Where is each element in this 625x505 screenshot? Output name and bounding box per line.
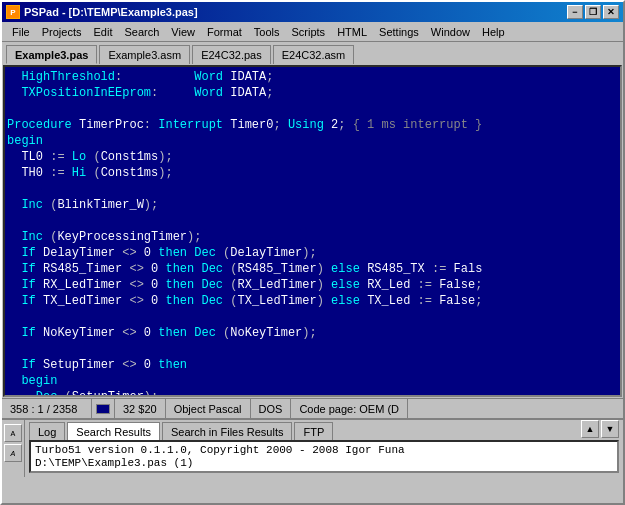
tab-e24c32-pas[interactable]: E24C32.pas bbox=[192, 45, 271, 64]
code-line: TL0 := Lo (Const1ms); bbox=[7, 149, 618, 165]
code-line bbox=[7, 309, 618, 325]
code-line: begin bbox=[7, 373, 618, 389]
code-editor[interactable]: HighThreshold: Word IDATA; TXPositionInE… bbox=[5, 67, 620, 395]
bottom-content-area[interactable]: Turbo51 version 0.1.1.0, Copyright 2000 … bbox=[29, 440, 619, 473]
menu-bar: File Projects Edit Search View Format To… bbox=[2, 22, 623, 42]
tab-e24c32-asm[interactable]: E24C32.asm bbox=[273, 45, 355, 64]
minimize-button[interactable]: − bbox=[567, 5, 583, 19]
menu-view[interactable]: View bbox=[165, 25, 201, 39]
menu-search[interactable]: Search bbox=[118, 25, 165, 39]
bottom-panel-up[interactable]: ▲ bbox=[581, 420, 599, 438]
code-line: If NoKeyTimer <> 0 then Dec (NoKeyTimer)… bbox=[7, 325, 618, 341]
editor-wrapper: HighThreshold: Word IDATA; TXPositionInE… bbox=[3, 65, 622, 397]
bottom-tab-search-results[interactable]: Search Results bbox=[67, 422, 160, 440]
code-line: If TX_LedTimer <> 0 then Dec (TX_LedTime… bbox=[7, 293, 618, 309]
bottom-tab-ftp[interactable]: FTP bbox=[294, 422, 333, 440]
menu-help[interactable]: Help bbox=[476, 25, 511, 39]
bottom-tool-btn-1[interactable]: A bbox=[4, 424, 22, 442]
tab-example3-pas[interactable]: Example3.pas bbox=[6, 45, 97, 64]
bottom-tool-btn-2[interactable]: A bbox=[4, 444, 22, 462]
bottom-tab-search-files[interactable]: Search in Files Results bbox=[162, 422, 293, 440]
code-line: Inc (BlinkTimer_W); bbox=[7, 197, 618, 213]
menu-scripts[interactable]: Scripts bbox=[286, 25, 332, 39]
code-line bbox=[7, 213, 618, 229]
status-os: DOS bbox=[251, 399, 292, 418]
title-bar-left: P PSPad - [D:\TEMP\Example3.pas] bbox=[6, 5, 198, 19]
menu-html[interactable]: HTML bbox=[331, 25, 373, 39]
code-line: TXPositionInEEprom: Word IDATA; bbox=[7, 85, 618, 101]
bottom-tabs: Log Search Results Search in Files Resul… bbox=[25, 420, 623, 440]
menu-file[interactable]: File bbox=[6, 25, 36, 39]
bottom-panel-down[interactable]: ▼ bbox=[601, 420, 619, 438]
menu-projects[interactable]: Projects bbox=[36, 25, 88, 39]
menu-settings[interactable]: Settings bbox=[373, 25, 425, 39]
status-position: 358 : 1 / 2358 bbox=[2, 399, 92, 418]
main-window: P PSPad - [D:\TEMP\Example3.pas] − ❐ ✕ F… bbox=[0, 0, 625, 505]
code-line: If DelayTimer <> 0 then Dec (DelayTimer)… bbox=[7, 245, 618, 261]
code-line: Dec (SetupTimer); bbox=[7, 389, 618, 395]
editor-tabs: Example3.pas Example3.asm E24C32.pas E24… bbox=[2, 42, 623, 64]
status-language: Object Pascal bbox=[166, 399, 251, 418]
restore-button[interactable]: ❐ bbox=[585, 5, 601, 19]
code-line: If SetupTimer <> 0 then bbox=[7, 357, 618, 373]
close-button[interactable]: ✕ bbox=[603, 5, 619, 19]
menu-tools[interactable]: Tools bbox=[248, 25, 286, 39]
code-line: If RX_LedTimer <> 0 then Dec (RX_LedTime… bbox=[7, 277, 618, 293]
code-line bbox=[7, 101, 618, 117]
code-line bbox=[7, 181, 618, 197]
status-col: 32 $20 bbox=[115, 399, 166, 418]
bottom-line-1: Turbo51 version 0.1.1.0, Copyright 2000 … bbox=[35, 444, 613, 456]
status-codepage: Code page: OEM (D bbox=[291, 399, 408, 418]
window-title: PSPad - [D:\TEMP\Example3.pas] bbox=[24, 6, 198, 18]
bottom-line-2: D:\TEMP\Example3.pas (1) bbox=[35, 457, 613, 469]
menu-edit[interactable]: Edit bbox=[87, 25, 118, 39]
code-line: Inc (KeyProcessingTimer); bbox=[7, 229, 618, 245]
title-bar-buttons: − ❐ ✕ bbox=[567, 5, 619, 19]
status-marker bbox=[92, 399, 115, 418]
title-bar: P PSPad - [D:\TEMP\Example3.pas] − ❐ ✕ bbox=[2, 2, 623, 22]
code-line: HighThreshold: Word IDATA; bbox=[7, 69, 618, 85]
menu-window[interactable]: Window bbox=[425, 25, 476, 39]
code-line: TH0 := Hi (Const1ms); bbox=[7, 165, 618, 181]
code-line bbox=[7, 341, 618, 357]
tab-example3-asm[interactable]: Example3.asm bbox=[99, 45, 190, 64]
code-line: begin bbox=[7, 133, 618, 149]
menu-format[interactable]: Format bbox=[201, 25, 248, 39]
status-bar: 358 : 1 / 2358 32 $20 Object Pascal DOS … bbox=[2, 398, 623, 418]
bottom-panel: A A Log Search Results Search in Files R… bbox=[2, 418, 623, 503]
code-line: If RS485_Timer <> 0 then Dec (RS485_Time… bbox=[7, 261, 618, 277]
code-line: Procedure TimerProc: Interrupt Timer0; U… bbox=[7, 117, 618, 133]
bottom-tab-log[interactable]: Log bbox=[29, 422, 65, 440]
app-icon: P bbox=[6, 5, 20, 19]
